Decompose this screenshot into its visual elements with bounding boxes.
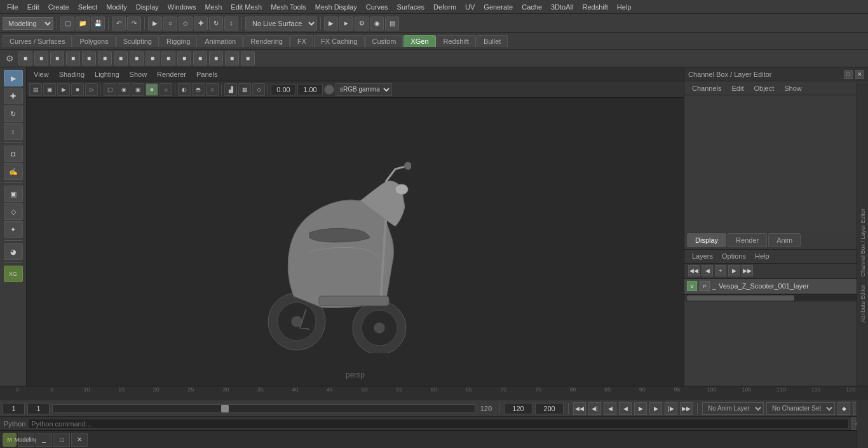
menu-3dtoll[interactable]: 3DtoAll	[546, 2, 578, 12]
tab-custom[interactable]: Custom	[365, 35, 403, 47]
xgen-tool-7[interactable]: ■	[114, 51, 128, 65]
lasso-tool-btn[interactable]: ○	[163, 17, 177, 31]
char-set-key-btn[interactable]: ◆	[837, 402, 850, 415]
menu-uv[interactable]: UV	[461, 2, 479, 12]
render-settings-btn[interactable]: ⚙	[355, 17, 369, 31]
snap-point-btn[interactable]: ✦	[4, 221, 23, 238]
playback-play-rev-btn[interactable]: ◀	[619, 402, 632, 415]
vp-menu-renderer[interactable]: Renderer	[153, 69, 191, 79]
redo-button[interactable]: ↷	[127, 17, 141, 31]
move-tool-btn[interactable]: ✚	[194, 17, 208, 31]
layers-scrollbar-thumb[interactable]	[687, 295, 794, 301]
vp-menu-panels[interactable]: Panels	[192, 69, 222, 79]
char-set-dropdown[interactable]: No Character Set	[766, 402, 835, 415]
cb-menu-object[interactable]: Object	[750, 83, 778, 93]
frame-slider-thumb[interactable]	[221, 405, 229, 412]
vtab-attr-editor[interactable]: Attribute Editor	[858, 282, 867, 325]
vp-hud-btn[interactable]: ▟	[224, 83, 237, 96]
vp-menu-view[interactable]: View	[29, 69, 53, 79]
xgen-tool-13[interactable]: ■	[209, 51, 223, 65]
xgen-tool-4[interactable]: ■	[66, 51, 80, 65]
menu-redshift[interactable]: Redshift	[578, 2, 612, 12]
select-mode-btn[interactable]: ▶	[4, 70, 23, 86]
open-scene-button[interactable]: 📁	[76, 17, 90, 31]
tab-fx-caching[interactable]: FX Caching	[314, 35, 364, 47]
vp-wireframe-btn[interactable]: ▢	[104, 83, 116, 96]
layer-scroll-right[interactable]: ▶▶	[742, 265, 753, 276]
rotate-mode-btn[interactable]: ↻	[4, 105, 23, 122]
menu-generate[interactable]: Generate	[479, 2, 517, 12]
vp-audio-btn[interactable]: ▶	[57, 83, 70, 96]
python-input[interactable]	[28, 419, 849, 429]
frame-slider[interactable]	[52, 404, 475, 413]
xgen-icon-btn[interactable]: XG	[4, 266, 23, 282]
menu-select[interactable]: Select	[74, 2, 102, 12]
playback-start-input[interactable]: 120	[504, 403, 532, 414]
taskbar-close-btn[interactable]: ✕	[71, 433, 88, 447]
menu-display[interactable]: Display	[132, 2, 163, 12]
tab-display[interactable]: Display	[687, 233, 726, 247]
scale-mode-btn[interactable]: ↕	[4, 123, 23, 140]
xgen-tool-6[interactable]: ■	[98, 51, 112, 65]
python-label[interactable]: Python	[4, 420, 25, 428]
cb-menu-show[interactable]: Show	[780, 83, 806, 93]
xgen-tool-1[interactable]: ■	[18, 51, 32, 65]
uv-editor-btn[interactable]: ▤	[385, 17, 399, 31]
layers-scrollbar-track[interactable]	[687, 295, 865, 301]
playback-start-btn[interactable]: ◀◀	[573, 402, 586, 415]
tab-redshift[interactable]: Redshift	[437, 35, 476, 47]
cb-menu-channels[interactable]: Channels	[688, 83, 725, 93]
xgen-tool-8[interactable]: ■	[130, 51, 144, 65]
xgen-tool-5[interactable]: ■	[82, 51, 96, 65]
soft-select-btn[interactable]: ◘	[4, 146, 23, 162]
menu-deform[interactable]: Deform	[429, 2, 461, 12]
vp-ao-btn[interactable]: ◓	[192, 83, 205, 96]
menu-surfaces[interactable]: Surfaces	[393, 2, 429, 12]
vp-color-space-dropdown[interactable]: sRGB gamma	[336, 83, 392, 96]
vp-isolate-btn[interactable]: ▷	[85, 83, 98, 96]
menu-edit-mesh[interactable]: Edit Mesh	[226, 2, 266, 12]
playback-end-input[interactable]: 200	[535, 403, 564, 414]
channel-box-close-btn[interactable]: ✕	[855, 70, 864, 79]
playback-prev-key-btn[interactable]: ◀|	[588, 402, 601, 415]
xgen-tool-15[interactable]: ■	[241, 51, 255, 65]
playback-end-btn[interactable]: ▶▶	[680, 402, 693, 415]
xgen-tool-2[interactable]: ■	[34, 51, 48, 65]
tab-bullet[interactable]: Bullet	[477, 35, 508, 47]
xgen-tool-10[interactable]: ■	[161, 51, 175, 65]
tab-render[interactable]: Render	[728, 233, 767, 247]
timeline-ruler[interactable]: 0 5 10 15 20 25 30 35 40 45 50 55 60 65 …	[0, 386, 868, 400]
playback-play-btn[interactable]: ▶	[634, 402, 647, 415]
scale-tool-btn[interactable]: ↕	[224, 17, 238, 31]
vtab-channel-box[interactable]: Channel Box / Layer Editor	[858, 206, 867, 280]
layer-scroll-prev[interactable]: ◀	[702, 265, 713, 276]
current-frame-input[interactable]: 1	[27, 403, 50, 414]
tab-fx[interactable]: FX	[290, 35, 313, 47]
tab-rigging[interactable]: Rigging	[159, 35, 197, 47]
viewport-canvas[interactable]: persp	[27, 98, 684, 386]
save-scene-button[interactable]: 💾	[91, 17, 105, 31]
menu-mesh-display[interactable]: Mesh Display	[311, 2, 362, 12]
vp-smooth-btn[interactable]: ■	[146, 83, 158, 96]
layer-visibility-btn[interactable]: V	[687, 281, 697, 291]
live-surface-dropdown[interactable]: No Live Surface	[245, 17, 317, 31]
vp-textured-btn[interactable]: ▣	[132, 83, 144, 96]
paint-tool-btn[interactable]: ◇	[179, 17, 193, 31]
tab-polygons[interactable]: Polygons	[72, 35, 115, 47]
xgen-tool-9[interactable]: ■	[146, 51, 159, 65]
menu-mesh[interactable]: Mesh	[200, 2, 226, 12]
mode-dropdown[interactable]: Modeling Rigging Animation	[3, 17, 53, 30]
xgen-tool-12[interactable]: ■	[193, 51, 207, 65]
start-frame-input[interactable]: 1	[3, 403, 25, 414]
vp-snap-btn[interactable]: ■	[71, 83, 84, 96]
layers-menu-options[interactable]: Options	[718, 251, 750, 261]
menu-curves[interactable]: Curves	[362, 2, 393, 12]
tab-anim[interactable]: Anim	[768, 233, 801, 247]
taskbar-min-btn[interactable]: ⎯	[36, 433, 52, 447]
vp-gamma-input[interactable]: 1.00	[297, 84, 323, 95]
vp-film-btn[interactable]: ▣	[43, 83, 56, 96]
vp-shaded-btn[interactable]: ◉	[118, 83, 130, 96]
cb-menu-edit[interactable]: Edit	[728, 83, 747, 93]
vp-menu-shading[interactable]: Shading	[55, 69, 89, 79]
vp-cam-btn[interactable]: ▤	[29, 83, 42, 96]
